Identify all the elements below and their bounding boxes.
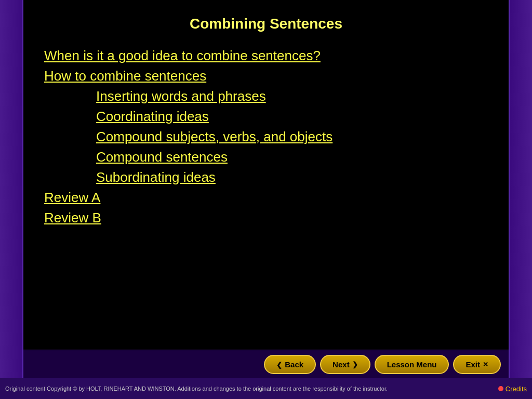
review-b-link[interactable]: Review B bbox=[44, 210, 101, 225]
list-item: Coordinating ideas bbox=[44, 109, 488, 125]
list-item: Inserting words and phrases bbox=[44, 88, 488, 104]
credits-dot-icon bbox=[498, 386, 503, 391]
back-label: Back bbox=[285, 360, 303, 369]
navigation-bar: Back Next Lesson Menu Exit bbox=[23, 350, 509, 378]
exit-button[interactable]: Exit bbox=[453, 355, 501, 374]
credits-label: Credits bbox=[506, 385, 527, 393]
subordinating-ideas-link[interactable]: Subordinating ideas bbox=[96, 169, 216, 185]
topic-menu-list: When is it a good idea to combine senten… bbox=[44, 48, 488, 226]
when-combine-link[interactable]: When is it a good idea to combine senten… bbox=[44, 48, 321, 63]
how-combine-link[interactable]: How to combine sentences bbox=[44, 68, 206, 84]
exit-label: Exit bbox=[466, 360, 480, 369]
review-a-link[interactable]: Review A bbox=[44, 190, 100, 205]
app-wrapper: Combining Sentences When is it a good id… bbox=[0, 0, 532, 399]
compound-sentences-link[interactable]: Compound sentences bbox=[96, 149, 228, 165]
list-item: Review B bbox=[44, 210, 488, 226]
list-item: Compound subjects, verbs, and objects bbox=[44, 129, 488, 145]
lesson-menu-button[interactable]: Lesson Menu bbox=[375, 355, 449, 374]
border-left bbox=[0, 0, 23, 378]
credits-link[interactable]: Credits bbox=[498, 385, 527, 393]
list-item: How to combine sentences bbox=[44, 68, 488, 84]
next-button[interactable]: Next bbox=[320, 355, 370, 374]
copyright-text: Original content Copyright © by HOLT, RI… bbox=[5, 385, 498, 392]
back-button[interactable]: Back bbox=[264, 355, 316, 374]
next-label: Next bbox=[332, 360, 350, 369]
list-item: When is it a good idea to combine senten… bbox=[44, 48, 488, 64]
back-arrow-icon bbox=[276, 360, 282, 369]
lesson-menu-label: Lesson Menu bbox=[387, 360, 437, 369]
compound-subjects-link[interactable]: Compound subjects, verbs, and objects bbox=[96, 129, 332, 144]
list-item: Subordinating ideas bbox=[44, 169, 488, 185]
coordinating-ideas-link[interactable]: Coordinating ideas bbox=[96, 109, 209, 124]
list-item: Compound sentences bbox=[44, 149, 488, 165]
border-right bbox=[509, 0, 532, 378]
main-content-area: Combining Sentences When is it a good id… bbox=[23, 0, 509, 378]
footer: Original content Copyright © by HOLT, RI… bbox=[0, 378, 532, 399]
inserting-words-link[interactable]: Inserting words and phrases bbox=[96, 88, 266, 104]
page-title: Combining Sentences bbox=[44, 16, 488, 32]
list-item: Review A bbox=[44, 190, 488, 206]
